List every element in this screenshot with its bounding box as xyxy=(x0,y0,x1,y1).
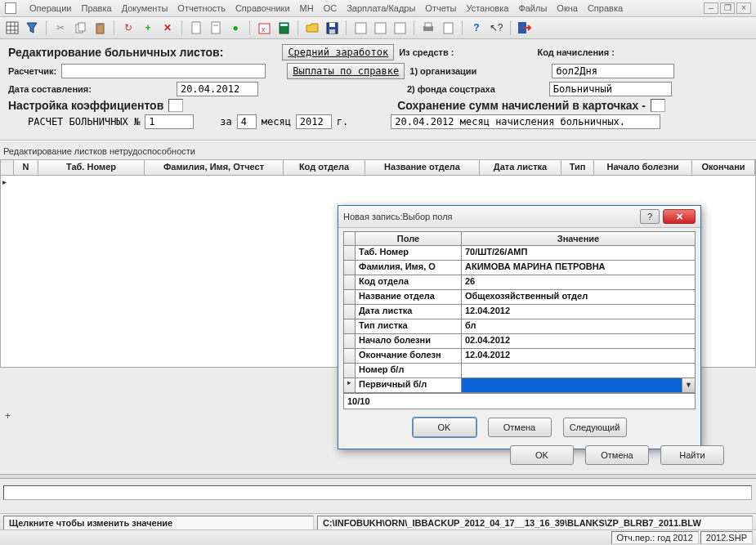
excel-icon[interactable]: x xyxy=(257,20,271,35)
menu-item[interactable]: Установка xyxy=(466,3,508,13)
dialog-cancel-button[interactable]: Отмена xyxy=(488,418,552,437)
data-sost-field[interactable]: 20.04.2012 xyxy=(177,82,258,96)
row-selector-header xyxy=(1,160,14,175)
raschet-no-field[interactable]: 1 xyxy=(145,114,194,129)
dialog-help-icon[interactable]: ? xyxy=(640,209,660,224)
help-icon[interactable]: ? xyxy=(469,20,484,35)
col-nb[interactable]: Начало болезни xyxy=(594,160,692,175)
coef-button[interactable] xyxy=(168,99,183,112)
svg-rect-17 xyxy=(329,23,335,27)
close-icon[interactable]: × xyxy=(736,2,751,14)
dlg-input[interactable]: 10/10 xyxy=(344,393,695,409)
status-bar-2: Отч.пер.: год 2012 2012.SHP xyxy=(0,529,756,545)
dlg-col-field: Поле xyxy=(356,232,462,245)
play-icon[interactable]: ● xyxy=(228,20,243,35)
menu-item[interactable]: ОС xyxy=(324,3,338,13)
dropdown-icon[interactable]: ▼ xyxy=(682,378,695,392)
dlg-value[interactable]: АКИМОВА МАРИНА ПЕТРОВНА xyxy=(462,261,695,275)
col-ok[interactable]: Окончани xyxy=(692,160,755,175)
refresh-icon[interactable]: ↻ xyxy=(121,20,136,35)
mes-label: месяц xyxy=(262,116,291,127)
main-ok-button[interactable]: OK xyxy=(510,445,574,465)
avg-earnings-button[interactable]: Средний заработок xyxy=(282,44,394,60)
menu-item[interactable]: МН xyxy=(300,3,314,13)
menu-item[interactable]: Операции xyxy=(29,3,71,13)
preview-icon[interactable] xyxy=(441,20,455,35)
dlg-value[interactable]: 70/ШТ/26/АМП xyxy=(462,246,695,260)
col-fio[interactable]: Фамилия, Имя, Отчест xyxy=(145,160,284,175)
table2-icon[interactable] xyxy=(373,20,387,35)
svg-rect-18 xyxy=(329,29,335,34)
open-icon[interactable] xyxy=(305,20,320,35)
form-title: Редактирование больничных листов: xyxy=(8,46,223,59)
month-line-field[interactable]: 20.04.2012 месяц начисления больничных. xyxy=(391,114,660,129)
org-field[interactable]: Больничный xyxy=(549,82,672,96)
col-tip[interactable]: Тип xyxy=(561,160,594,175)
delete-icon[interactable]: ✕ xyxy=(160,20,175,35)
pointer-help-icon[interactable]: ↖? xyxy=(489,20,503,35)
dlg-selected-row[interactable]: Первичный б/л▼ xyxy=(344,378,695,393)
dlg-value[interactable]: ▼ xyxy=(462,378,695,392)
dialog-next-button[interactable]: Следующий xyxy=(563,418,627,437)
menu-item[interactable]: Файлы xyxy=(518,3,547,13)
filter-icon[interactable] xyxy=(25,20,39,35)
dlg-value[interactable]: 12.04.2012 xyxy=(462,349,695,363)
splitter[interactable] xyxy=(0,474,756,479)
new-record-dialog: Новая запись:Выбор поля ? ✕ Поле Значени… xyxy=(338,205,701,449)
kod-nach-field[interactable]: бол2Дня xyxy=(552,64,674,78)
dlg-field: Номер б/л xyxy=(356,364,462,377)
svg-rect-8 xyxy=(98,23,102,25)
paste-icon[interactable] xyxy=(92,20,107,35)
dlg-value[interactable]: бл xyxy=(462,319,695,333)
app-icon xyxy=(5,2,16,14)
dlg-value[interactable]: Общехозяйственный отдел xyxy=(462,290,695,304)
dlg-field: Первичный б/л xyxy=(356,378,462,392)
menu-item[interactable]: Отчеты xyxy=(425,3,456,13)
add-row-icon[interactable]: + xyxy=(5,410,11,422)
dlg-value[interactable]: 12.04.2012 xyxy=(462,305,695,319)
restore-icon[interactable]: ❐ xyxy=(720,2,735,14)
col-n[interactable]: N xyxy=(14,160,38,175)
col-tab[interactable]: Таб. Номер xyxy=(38,160,145,175)
col-kod[interactable]: Код отдела xyxy=(284,160,365,175)
main-cancel-button[interactable]: Отмена xyxy=(585,445,649,465)
print-icon[interactable] xyxy=(421,20,436,35)
copy-icon[interactable] xyxy=(73,20,87,35)
menu-item[interactable]: Справка xyxy=(588,3,623,13)
exit-icon[interactable] xyxy=(517,20,532,35)
save-icon[interactable] xyxy=(324,20,339,35)
table1-icon[interactable] xyxy=(353,20,368,35)
col-naz[interactable]: Название отдела xyxy=(365,160,480,175)
menu-item[interactable]: Окна xyxy=(557,3,578,13)
menu-item[interactable]: Документы xyxy=(122,3,168,13)
dlg-value[interactable]: 02.04.2012 xyxy=(462,334,695,348)
menu-item[interactable]: Отчетность xyxy=(177,3,226,13)
grid-icon[interactable] xyxy=(5,20,20,35)
dialog-ok-button[interactable]: OK xyxy=(413,418,476,437)
year-field[interactable]: 2012 xyxy=(296,114,332,129)
month-field[interactable]: 4 xyxy=(237,114,257,129)
doc2-icon[interactable] xyxy=(208,20,223,35)
save-sums-button[interactable] xyxy=(651,99,665,112)
menu-item[interactable]: Правка xyxy=(81,3,111,13)
menu-item[interactable]: Справочники xyxy=(235,3,290,13)
dlg-value[interactable] xyxy=(462,364,695,377)
table3-icon[interactable] xyxy=(392,20,407,35)
dlg-value[interactable]: 26 xyxy=(462,275,695,289)
svg-text:x: x xyxy=(262,25,266,34)
raschetchik-field[interactable] xyxy=(61,64,266,78)
menu-bar: Операции Правка Документы Отчетность Спр… xyxy=(0,0,756,17)
col-dat[interactable]: Дата листка xyxy=(480,160,561,175)
svg-rect-0 xyxy=(7,22,18,34)
kod-nach-label: Код начисления : xyxy=(537,47,615,57)
main-find-button[interactable]: Найти xyxy=(660,445,724,465)
vyplaty-button[interactable]: Выплаты по справке xyxy=(287,63,405,79)
calc-icon[interactable] xyxy=(276,20,291,35)
add-icon[interactable]: + xyxy=(141,20,155,35)
doc-icon[interactable] xyxy=(189,20,204,35)
svg-rect-23 xyxy=(425,23,432,27)
dialog-close-icon[interactable]: ✕ xyxy=(663,209,696,224)
cut-icon[interactable]: ✂ xyxy=(53,20,68,35)
minimize-icon[interactable]: – xyxy=(704,2,718,14)
menu-item[interactable]: Зарплата/Кадры xyxy=(347,3,415,13)
